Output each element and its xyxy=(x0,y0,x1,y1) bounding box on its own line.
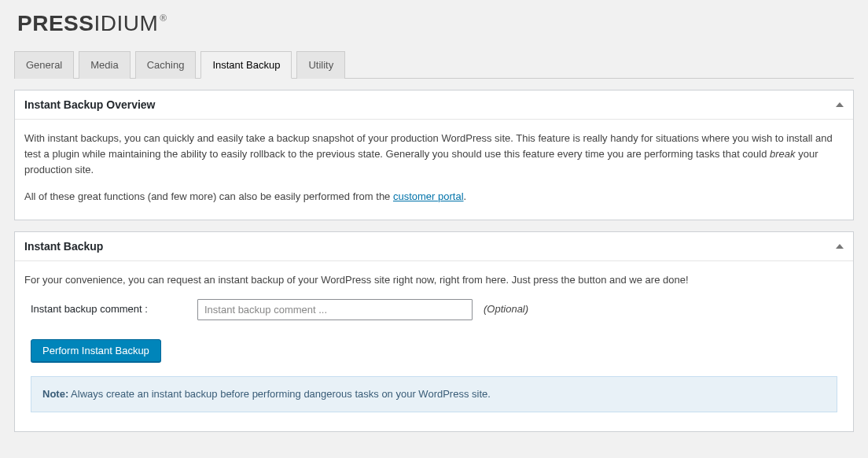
backup-panel: Instant Backup For your convenience, you… xyxy=(14,231,854,432)
perform-backup-button[interactable]: Perform Instant Backup xyxy=(31,339,161,362)
backup-comment-row: Instant backup comment : (Optional) xyxy=(24,299,844,320)
backup-title: Instant Backup xyxy=(24,240,103,253)
tab-instant-backup[interactable]: Instant Backup xyxy=(200,51,292,79)
backup-note-text: Always create an instant backup before p… xyxy=(68,388,491,400)
customer-portal-link[interactable]: customer portal xyxy=(393,190,464,202)
backup-note-label: Note: xyxy=(42,388,68,400)
tab-caching[interactable]: Caching xyxy=(135,51,197,79)
overview-paragraph-1: With instant backups, you can quickly an… xyxy=(24,131,844,178)
collapse-caret-icon xyxy=(836,244,844,249)
brand-thin: IDIUM xyxy=(94,11,158,35)
backup-panel-body: For your convenience, you can request an… xyxy=(15,261,853,431)
brand-registered: ® xyxy=(160,13,167,24)
tab-utility[interactable]: Utility xyxy=(296,51,345,79)
collapse-caret-icon xyxy=(836,102,844,107)
brand-bold: PRESS xyxy=(17,11,94,35)
tab-media[interactable]: Media xyxy=(79,51,130,79)
backup-comment-input[interactable] xyxy=(197,299,473,320)
backup-note: Note: Always create an instant backup be… xyxy=(31,376,837,412)
overview-panel: Instant Backup Overview With instant bac… xyxy=(14,90,854,220)
backup-intro: For your convenience, you can request an… xyxy=(24,272,844,288)
brand-logo: PRESSIDIUM® xyxy=(14,8,854,50)
tabs-nav: General Media Caching Instant Backup Uti… xyxy=(14,50,854,79)
backup-comment-label: Instant backup comment : xyxy=(24,301,197,317)
backup-comment-optional: (Optional) xyxy=(484,301,528,317)
overview-paragraph-2: All of these great functions (and few mo… xyxy=(24,189,844,205)
overview-panel-body: With instant backups, you can quickly an… xyxy=(15,120,853,220)
overview-panel-header[interactable]: Instant Backup Overview xyxy=(15,90,853,120)
backup-panel-header[interactable]: Instant Backup xyxy=(15,232,853,261)
overview-title: Instant Backup Overview xyxy=(24,98,156,111)
tab-general[interactable]: General xyxy=(14,51,74,79)
